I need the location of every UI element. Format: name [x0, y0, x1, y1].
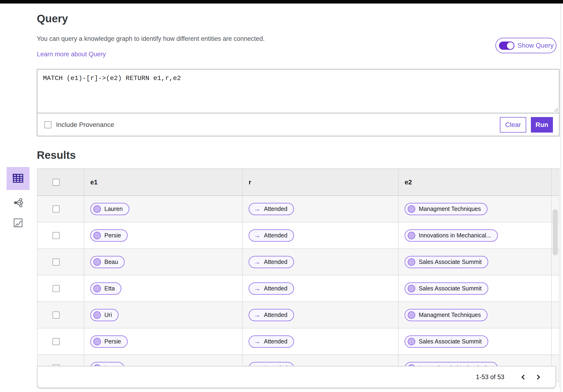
- entity-pill-e1[interactable]: Beau: [90, 256, 125, 268]
- page-description: You can query a knowledge graph to ident…: [37, 35, 265, 42]
- arrow-right-icon: →: [254, 232, 260, 239]
- results-table-body: Lauren → Attended Managment Techniques P…: [38, 196, 559, 381]
- query-actions: Clear Run: [500, 117, 553, 133]
- column-header-e2[interactable]: e2: [405, 178, 412, 186]
- graph-view-button[interactable]: [11, 196, 25, 210]
- entity-pill-e2[interactable]: Managment Techniques: [405, 203, 487, 215]
- row-checkbox[interactable]: [52, 338, 60, 345]
- arrow-right-icon: →: [254, 312, 260, 318]
- entity-label: Lauren: [104, 205, 123, 212]
- arrow-right-icon: →: [254, 259, 260, 265]
- canvas-view-icon: [13, 218, 23, 228]
- entity-label: Managment Techniques: [419, 312, 481, 318]
- row-checkbox[interactable]: [52, 312, 60, 318]
- row-checkbox[interactable]: [52, 205, 60, 213]
- table-row: Beau → Attended Sales Associate Summit: [38, 249, 559, 275]
- row-checkbox[interactable]: [52, 259, 60, 266]
- entity-node-icon: [408, 338, 415, 345]
- include-provenance-checkbox[interactable]: [44, 121, 51, 128]
- relation-pill[interactable]: → Attended: [249, 203, 294, 215]
- canvas-view-button[interactable]: [11, 216, 25, 230]
- entity-label: Sales Associate Summit: [419, 259, 482, 265]
- window-right-edge: [560, 3, 561, 392]
- entity-node-icon: [408, 285, 415, 292]
- results-heading: Results: [37, 149, 76, 161]
- chevron-right-icon: [535, 374, 540, 379]
- show-query-toggle[interactable]: Show Query: [495, 38, 556, 53]
- relation-pill[interactable]: → Attended: [249, 229, 294, 242]
- include-provenance-option[interactable]: Include Provenance: [44, 121, 114, 128]
- entity-pill-e2[interactable]: Sales Associate Summit: [405, 282, 488, 295]
- entity-pill-e2[interactable]: Managment Techniques: [405, 309, 487, 321]
- learn-more-link[interactable]: Learn more about Query: [37, 51, 106, 58]
- entity-node-icon: [408, 205, 415, 213]
- relation-label: Attended: [264, 205, 287, 212]
- entity-node-icon: [408, 311, 415, 319]
- relation-label: Attended: [264, 232, 287, 239]
- column-header-e1[interactable]: e1: [90, 178, 98, 186]
- scrollbar-gutter: [551, 169, 559, 195]
- arrow-right-icon: →: [254, 206, 260, 212]
- entity-label: Persie: [104, 338, 121, 345]
- toggle-on-icon[interactable]: [499, 41, 514, 50]
- row-checkbox[interactable]: [52, 285, 60, 292]
- entity-label: Persie: [104, 232, 121, 239]
- entity-pill-e2[interactable]: Innovations in Mechanical...: [405, 229, 498, 242]
- entity-node-icon: [408, 258, 415, 266]
- entity-node-icon: [93, 338, 101, 345]
- run-button[interactable]: Run: [531, 117, 553, 133]
- chevron-left-icon: [521, 374, 526, 379]
- arrow-right-icon: →: [254, 285, 260, 292]
- entity-pill-e2[interactable]: Sales Associate Summit: [405, 335, 488, 348]
- entity-label: Innovations in Mechanical...: [419, 232, 491, 239]
- table-header-row: e1 r e2: [38, 169, 559, 196]
- select-all-checkbox[interactable]: [52, 179, 60, 186]
- entity-node-icon: [93, 258, 101, 266]
- entity-node-icon: [93, 285, 101, 292]
- show-query-label: Show Query: [517, 42, 554, 49]
- column-header-r[interactable]: r: [249, 178, 251, 186]
- table-scrollbar-thumb[interactable]: [553, 209, 558, 255]
- entity-pill-e1[interactable]: Lauren: [90, 203, 129, 215]
- entity-node-icon: [93, 232, 101, 239]
- entity-pill-e2[interactable]: Sales Associate Summit: [405, 256, 488, 268]
- page-title: Query: [37, 12, 68, 25]
- table-row: Persie → Attended Sales Associate Summit: [38, 329, 559, 355]
- query-editor-area: MATCH (e1)-[r]->(e2) RETURN e1,r,e2: [37, 69, 559, 113]
- table-row: Uri → Attended Managment Techniques: [38, 302, 559, 329]
- entity-pill-e1[interactable]: Etta: [90, 282, 121, 295]
- table-row: Lauren → Attended Managment Techniques: [38, 196, 559, 222]
- arrow-right-icon: →: [254, 338, 260, 345]
- entity-pill-e1[interactable]: Persie: [90, 229, 128, 242]
- query-editor-footer: Include Provenance Clear Run: [37, 113, 559, 136]
- entity-label: Managment Techniques: [419, 205, 481, 212]
- relation-pill[interactable]: → Attended: [249, 256, 294, 268]
- query-input[interactable]: MATCH (e1)-[r]->(e2) RETURN e1,r,e2: [37, 69, 559, 113]
- clear-button[interactable]: Clear: [500, 117, 526, 133]
- table-view-button[interactable]: [7, 167, 30, 190]
- entity-pill-e1[interactable]: Uri: [90, 309, 118, 321]
- row-checkbox[interactable]: [52, 232, 60, 239]
- relation-pill[interactable]: → Attended: [249, 309, 294, 321]
- next-page-button[interactable]: [531, 370, 544, 384]
- relation-pill[interactable]: → Attended: [249, 335, 294, 348]
- relation-label: Attended: [264, 312, 287, 318]
- include-provenance-label: Include Provenance: [56, 121, 114, 128]
- pagination-bar: 1-53 of 53: [37, 366, 556, 388]
- results-table: e1 r e2 Lauren → Attended Managment Tech…: [37, 168, 560, 388]
- table-row: Persie → Attended Innovations in Mechani…: [38, 222, 559, 249]
- relation-label: Attended: [264, 259, 287, 265]
- relation-label: Attended: [264, 285, 287, 292]
- entity-label: Etta: [104, 285, 115, 292]
- query-editor-panel: MATCH (e1)-[r]->(e2) RETURN e1,r,e2 Incl…: [37, 69, 560, 136]
- entity-node-icon: [408, 232, 415, 239]
- entity-node-icon: [93, 311, 101, 319]
- toggle-knob: [507, 42, 514, 49]
- graph-view-icon: [13, 197, 24, 209]
- relation-pill[interactable]: → Attended: [249, 282, 294, 295]
- entity-pill-e1[interactable]: Persie: [90, 335, 128, 348]
- entity-node-icon: [93, 205, 101, 213]
- entity-label: Beau: [104, 259, 118, 265]
- table-view-icon: [12, 172, 24, 185]
- previous-page-button[interactable]: [517, 370, 531, 384]
